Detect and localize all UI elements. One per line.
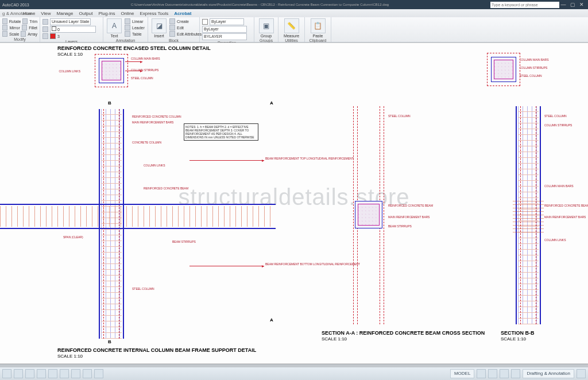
column-section-1 — [99, 58, 124, 83]
app-name: AutoCAD 2013 — [2, 3, 29, 7]
layer-state-dropdown[interactable]: Unsaved Layer State — [50, 18, 91, 25]
section-mark-a-top: A — [270, 100, 273, 106]
insert-button[interactable]: ◪Insert — [150, 18, 168, 38]
drawing3-scale: SCALE 1:10 — [322, 336, 347, 342]
edit-attributes-button[interactable]: Edit Attributes — [177, 32, 202, 36]
color-swatch[interactable] — [202, 19, 208, 25]
table-button[interactable]: Table — [132, 32, 142, 36]
scale-button[interactable]: Scale — [9, 32, 20, 36]
create-block-icon[interactable] — [169, 18, 175, 24]
edit-block-icon[interactable] — [169, 25, 175, 30]
title-bar: AutoCAD 2013 C:\Users\user\Archive Docum… — [0, 0, 588, 9]
array-icon[interactable] — [21, 31, 26, 37]
dyn-toggle[interactable] — [71, 369, 80, 378]
panel-title-utilities: Utilities — [281, 38, 302, 42]
mirror-button[interactable]: Mirror — [9, 26, 20, 30]
model-space-button[interactable]: MODEL — [450, 369, 474, 378]
tab-manage[interactable]: Manage — [57, 11, 74, 16]
grid-toggle[interactable] — [14, 369, 23, 378]
drawing4-title: SECTION B-B — [501, 330, 535, 336]
tab-view[interactable]: View — [41, 11, 51, 16]
panel-properties: ByLayer ByLayer BYLAYER Properties — [200, 17, 254, 42]
status-icon-1[interactable] — [477, 369, 486, 378]
trim-icon[interactable] — [22, 18, 28, 24]
label-rc-col: REINFORCED CONCRETE COLUMN — [132, 115, 181, 118]
edit-attr-icon[interactable] — [169, 31, 175, 37]
paste-button[interactable]: 📋Paste — [307, 18, 328, 38]
color-dropdown[interactable]: ByLayer — [210, 18, 244, 25]
tab-acrobat[interactable]: Acrobat — [174, 11, 191, 16]
ortho-toggle[interactable] — [25, 369, 34, 378]
maximize-icon[interactable]: ▢ — [568, 2, 577, 7]
status-icon-3[interactable] — [500, 369, 509, 378]
edit-block-button[interactable]: Edit — [177, 26, 184, 30]
rotate-icon[interactable] — [2, 18, 7, 24]
lwt-toggle[interactable] — [83, 369, 92, 378]
workspace-button[interactable]: Drafting & Annotation — [523, 369, 574, 378]
linear-button[interactable]: Linear — [132, 20, 143, 24]
status-config-icon[interactable] — [577, 369, 586, 378]
tab-express-tools[interactable]: Express Tools — [140, 11, 169, 16]
mirror-icon[interactable] — [2, 25, 7, 30]
measure-icon: 📏 — [284, 18, 299, 33]
layer-swatch-0 — [52, 26, 56, 31]
otrack-toggle[interactable] — [60, 369, 69, 378]
section-mark-a-bot: A — [270, 317, 273, 323]
drawing4-scale: SCALE 1:10 — [501, 336, 526, 342]
fillet-icon[interactable] — [22, 25, 27, 30]
status-icon-2[interactable] — [488, 369, 497, 378]
leader-icon[interactable] — [125, 25, 130, 30]
tab-online[interactable]: Online — [121, 11, 134, 16]
close-icon[interactable]: ✕ — [578, 2, 586, 7]
tab-output[interactable]: Output — [79, 11, 92, 16]
layer-3[interactable]: 3 — [57, 34, 60, 38]
leader-top — [189, 160, 264, 161]
status-bar: MODEL Drafting & Annotation — [0, 367, 588, 380]
leader-button[interactable]: Leader — [132, 26, 145, 30]
label-col-bars-2: COLUMN MAIN BARS — [520, 58, 549, 61]
beam-elevation — [0, 204, 276, 229]
scale-icon[interactable] — [2, 31, 7, 37]
layer-0[interactable]: 0 — [57, 28, 60, 32]
label-rc-beam: REINFORCED CONCRETE BEAM — [144, 187, 188, 190]
ribbon: Rotate Trim Mirror Fillet Scale Array Mo… — [0, 17, 588, 42]
lineweight-dropdown[interactable]: ByLayer — [202, 26, 247, 33]
snap-toggle[interactable] — [2, 369, 11, 378]
section-mark-b-bot: B — [108, 339, 111, 344]
qp-toggle[interactable] — [94, 369, 103, 378]
panel-groups: ▣Group Groups — [254, 17, 278, 42]
label-aa-main: MAIN REINFORCEMENT BARS — [388, 215, 430, 219]
label-col-stir-2: COLUMN STIRRUPS — [520, 66, 547, 69]
layer-icon[interactable] — [42, 26, 48, 32]
label-bb-steel: STEEL COLUMN — [544, 114, 567, 118]
minimize-icon[interactable]: — — [559, 2, 567, 7]
array-button[interactable]: Array — [28, 32, 37, 36]
window-buttons: — ▢ ✕ — [559, 2, 586, 7]
panel-title-clipboard: Clipboard — [307, 38, 328, 42]
rotate-button[interactable]: Rotate — [9, 20, 21, 24]
table-icon[interactable] — [125, 31, 130, 37]
label-bb-bars: COLUMN MAIN BARS — [544, 184, 574, 188]
drawing-canvas[interactable]: structuraldetails.store REINFORCED CONCR… — [0, 42, 588, 364]
linear-icon[interactable] — [125, 18, 130, 24]
linetype-dropdown[interactable]: BYLAYER — [202, 33, 247, 40]
drawing2-title: REINFORCED CONCRETE INTERNAL COLUMN BEAM… — [57, 347, 256, 353]
group-icon: ▣ — [259, 18, 274, 33]
panel-title-block: Block — [150, 38, 197, 42]
osnap-toggle[interactable] — [48, 369, 57, 378]
text-button[interactable]: AText — [106, 18, 123, 38]
trim-button[interactable]: Trim — [29, 20, 37, 24]
status-icon-4[interactable] — [511, 369, 520, 378]
group-button[interactable]: ▣Group — [257, 18, 276, 38]
insert-icon: ◪ — [152, 18, 167, 33]
tab-plugins[interactable]: Plug-ins — [98, 11, 115, 16]
layer-props-icon[interactable] — [42, 19, 48, 25]
polar-toggle[interactable] — [37, 369, 46, 378]
label-conc-col: CONCRETE COLUMN — [132, 141, 161, 144]
layer-swatch-red — [50, 33, 56, 39]
search-input[interactable] — [490, 2, 559, 8]
layer-icon2[interactable] — [42, 33, 48, 39]
fillet-button[interactable]: Fillet — [29, 26, 37, 30]
create-block-button[interactable]: Create — [177, 20, 189, 24]
measure-button[interactable]: 📏Measure — [281, 18, 302, 38]
